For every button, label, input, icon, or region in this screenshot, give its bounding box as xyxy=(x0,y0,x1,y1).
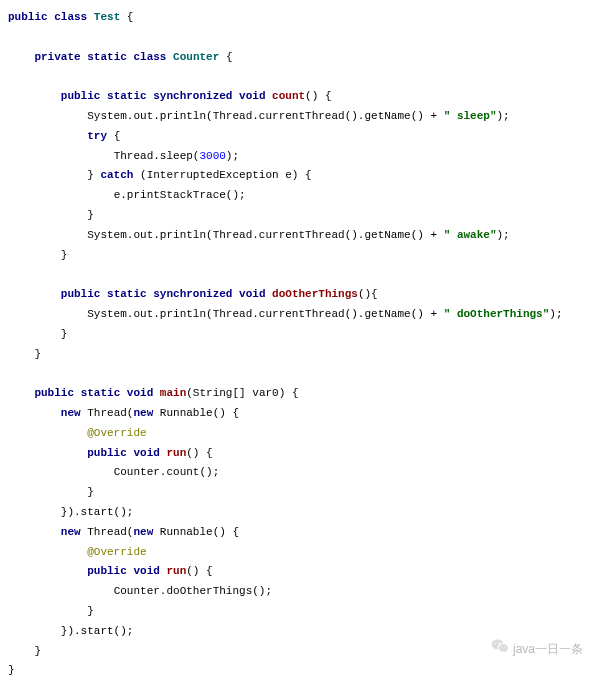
code-text: (String[] var0) { xyxy=(186,387,298,399)
keyword: public xyxy=(87,447,127,459)
method-name: run xyxy=(166,565,186,577)
keyword: new xyxy=(133,407,153,419)
keyword: void xyxy=(127,387,153,399)
keyword: private xyxy=(34,51,80,63)
keyword: void xyxy=(239,288,265,300)
string-literal: " doOtherThings" xyxy=(444,308,550,320)
code-text: } xyxy=(87,605,94,617)
keyword: new xyxy=(61,407,81,419)
keyword: static xyxy=(107,288,147,300)
code-text: (){ xyxy=(358,288,378,300)
keyword: new xyxy=(133,526,153,538)
code-text: } xyxy=(61,249,68,261)
keyword: void xyxy=(133,447,159,459)
class-name: Counter xyxy=(173,51,219,63)
string-literal: " sleep" xyxy=(444,110,497,122)
keyword: public xyxy=(61,288,101,300)
code-text: } xyxy=(61,328,68,340)
code-text: } xyxy=(34,645,41,657)
keyword: class xyxy=(133,51,166,63)
keyword: static xyxy=(87,51,127,63)
code-text: ); xyxy=(226,150,239,162)
keyword: class xyxy=(54,11,87,23)
code-text: }).start(); xyxy=(61,625,134,637)
annotation: @Override xyxy=(87,546,146,558)
code-text: Thread.sleep( xyxy=(114,150,200,162)
code-text: } xyxy=(8,664,15,676)
keyword: void xyxy=(239,90,265,102)
number-literal: 3000 xyxy=(199,150,225,162)
keyword: synchronized xyxy=(153,90,232,102)
watermark: java一日一条 xyxy=(491,638,583,661)
keyword: public xyxy=(8,11,48,23)
code-block: public class Test { private static class… xyxy=(8,8,593,681)
code-text: ); xyxy=(549,308,562,320)
method-name: main xyxy=(160,387,186,399)
class-name: Test xyxy=(94,11,120,23)
code-text: } xyxy=(87,169,100,181)
code-text: Thread( xyxy=(81,526,134,538)
code-text: { xyxy=(120,11,133,23)
code-text: e.printStackTrace(); xyxy=(114,189,246,201)
code-text: System.out.println(Thread.currentThread(… xyxy=(87,110,443,122)
code-text: Counter.doOtherThings(); xyxy=(114,585,272,597)
string-literal: " awake" xyxy=(444,229,497,241)
code-text: System.out.println(Thread.currentThread(… xyxy=(87,229,443,241)
code-text: } xyxy=(34,348,41,360)
keyword: public xyxy=(61,90,101,102)
code-text: Thread( xyxy=(81,407,134,419)
code-text: { xyxy=(107,130,120,142)
code-text: }).start(); xyxy=(61,506,134,518)
code-text: } xyxy=(87,209,94,221)
keyword: static xyxy=(81,387,121,399)
watermark-text: java一日一条 xyxy=(513,639,583,661)
code-text: Counter.count(); xyxy=(114,466,220,478)
keyword: new xyxy=(61,526,81,538)
annotation: @Override xyxy=(87,427,146,439)
keyword: public xyxy=(87,565,127,577)
code-text: { xyxy=(219,51,232,63)
method-name: run xyxy=(166,447,186,459)
method-name: doOtherThings xyxy=(272,288,358,300)
code-text: System.out.println(Thread.currentThread(… xyxy=(87,308,443,320)
code-text: } xyxy=(87,486,94,498)
method-name: count xyxy=(272,90,305,102)
code-text: () { xyxy=(186,447,212,459)
code-text: (InterruptedException e) { xyxy=(133,169,311,181)
wechat-icon xyxy=(491,638,509,661)
keyword: catch xyxy=(100,169,133,181)
keyword: public xyxy=(34,387,74,399)
keyword: static xyxy=(107,90,147,102)
code-text: () { xyxy=(305,90,331,102)
code-text: Runnable() { xyxy=(153,526,239,538)
keyword: synchronized xyxy=(153,288,232,300)
keyword: void xyxy=(133,565,159,577)
code-text: ); xyxy=(497,229,510,241)
code-text: ); xyxy=(497,110,510,122)
code-text: () { xyxy=(186,565,212,577)
keyword: try xyxy=(87,130,107,142)
code-text: Runnable() { xyxy=(153,407,239,419)
